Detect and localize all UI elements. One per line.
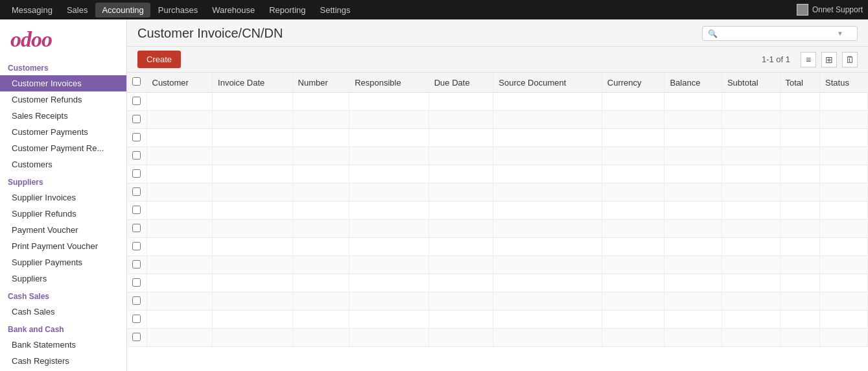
table-body bbox=[127, 93, 868, 347]
list-view-button[interactable]: ≡ bbox=[801, 52, 816, 67]
row-checkbox[interactable] bbox=[132, 315, 141, 323]
row-checkbox[interactable] bbox=[132, 115, 141, 123]
calendar-view-icon: 🗓 bbox=[845, 54, 854, 65]
kanban-view-icon: ⊞ bbox=[825, 54, 833, 65]
search-input[interactable] bbox=[720, 29, 837, 38]
col-header-source-document[interactable]: Source Document bbox=[493, 73, 602, 93]
kanban-view-button[interactable]: ⊞ bbox=[821, 52, 837, 67]
search-dropdown-arrow-icon[interactable]: ▼ bbox=[837, 30, 843, 37]
page-title: Customer Invoice/CN/DN bbox=[137, 26, 694, 41]
user-label: Onnet Support bbox=[812, 5, 863, 14]
sidebar-item-supplier-invoices[interactable]: Supplier Invoices bbox=[0, 189, 126, 206]
row-checkbox[interactable] bbox=[132, 133, 141, 141]
sidebar-scroll: Customers Customer Invoices Customer Ref… bbox=[0, 58, 126, 371]
nav-item-purchases[interactable]: Purchases bbox=[152, 3, 204, 18]
sidebar-section-customers: Customers bbox=[0, 58, 126, 75]
col-header-currency[interactable]: Currency bbox=[602, 73, 664, 93]
sidebar-item-print-payment-voucher[interactable]: Print Payment Voucher bbox=[0, 238, 126, 254]
table-row[interactable] bbox=[127, 311, 868, 329]
table-row[interactable] bbox=[127, 220, 868, 238]
sidebar: odoo Customers Customer Invoices Custome… bbox=[0, 19, 127, 371]
invoice-table-area: Customer Invoice Date Number Responsible… bbox=[127, 73, 868, 371]
user-avatar bbox=[797, 4, 808, 16]
table-row[interactable] bbox=[127, 238, 868, 256]
table-row[interactable] bbox=[127, 111, 868, 129]
sidebar-item-cash-registers[interactable]: Cash Registers bbox=[0, 353, 126, 369]
sidebar-item-suppliers[interactable]: Suppliers bbox=[0, 270, 126, 287]
odoo-logo-text: odoo bbox=[10, 27, 52, 52]
row-checkbox[interactable] bbox=[132, 260, 141, 269]
sidebar-item-payment-voucher[interactable]: Payment Voucher bbox=[0, 222, 126, 238]
table-row[interactable] bbox=[127, 256, 868, 274]
table-row[interactable] bbox=[127, 184, 868, 202]
table-row[interactable] bbox=[127, 202, 868, 220]
sidebar-section-bank-cash: Bank and Cash bbox=[0, 320, 126, 337]
main-header: Customer Invoice/CN/DN 🔍 ▼ bbox=[127, 19, 868, 47]
list-view-icon: ≡ bbox=[806, 54, 811, 65]
select-all-checkbox[interactable] bbox=[132, 77, 141, 86]
table-header-checkbox bbox=[127, 73, 147, 93]
nav-item-settings[interactable]: Settings bbox=[314, 3, 357, 18]
sidebar-item-cash-sales[interactable]: Cash Sales bbox=[0, 304, 126, 320]
nav-item-messaging[interactable]: Messaging bbox=[5, 3, 59, 18]
col-header-due-date[interactable]: Due Date bbox=[428, 73, 493, 93]
sidebar-item-customer-invoices[interactable]: Customer Invoices bbox=[0, 75, 126, 91]
table-row[interactable] bbox=[127, 293, 868, 311]
table-row[interactable] bbox=[127, 147, 868, 165]
col-header-customer[interactable]: Customer bbox=[147, 73, 213, 93]
col-header-status[interactable]: Status bbox=[820, 73, 868, 93]
app-logo: odoo bbox=[0, 19, 126, 58]
row-checkbox[interactable] bbox=[132, 206, 141, 214]
row-checkbox[interactable] bbox=[132, 187, 141, 196]
nav-item-warehouse[interactable]: Warehouse bbox=[205, 3, 261, 18]
search-input-wrapper: 🔍 ▼ bbox=[702, 26, 858, 41]
pagination-info: 1-1 of 1 bbox=[762, 54, 790, 64]
col-header-subtotal[interactable]: Subtotal bbox=[721, 73, 780, 93]
sidebar-item-supplier-payments[interactable]: Supplier Payments bbox=[0, 254, 126, 270]
nav-item-accounting[interactable]: Accounting bbox=[95, 3, 150, 18]
table-row[interactable] bbox=[127, 93, 868, 111]
sidebar-item-bank-statements[interactable]: Bank Statements bbox=[0, 337, 126, 353]
row-checkbox[interactable] bbox=[132, 169, 141, 178]
sidebar-section-suppliers: Suppliers bbox=[0, 173, 126, 189]
table-row[interactable] bbox=[127, 165, 868, 184]
table-row[interactable] bbox=[127, 274, 868, 293]
sidebar-item-sales-receipts[interactable]: Sales Receipts bbox=[0, 108, 126, 124]
row-checkbox[interactable] bbox=[132, 296, 141, 305]
sidebar-item-customer-payment-re[interactable]: Customer Payment Re... bbox=[0, 140, 126, 156]
calendar-view-button[interactable]: 🗓 bbox=[842, 52, 858, 67]
list-toolbar: Create 1-1 of 1 ≡ ⊞ 🗓 bbox=[127, 47, 868, 73]
table-row[interactable] bbox=[127, 129, 868, 147]
sidebar-item-customer-refunds[interactable]: Customer Refunds bbox=[0, 91, 126, 108]
row-checkbox[interactable] bbox=[132, 278, 141, 287]
search-area: 🔍 ▼ bbox=[702, 26, 858, 41]
invoice-table: Customer Invoice Date Number Responsible… bbox=[127, 73, 868, 347]
top-navigation: Messaging Sales Accounting Purchases War… bbox=[0, 0, 868, 19]
sidebar-item-customer-payments[interactable]: Customer Payments bbox=[0, 124, 126, 140]
nav-item-reporting[interactable]: Reporting bbox=[263, 3, 312, 18]
col-header-responsible[interactable]: Responsible bbox=[349, 73, 429, 93]
table-header-row: Customer Invoice Date Number Responsible… bbox=[127, 73, 868, 93]
row-checkbox[interactable] bbox=[132, 151, 141, 160]
col-header-invoice-date[interactable]: Invoice Date bbox=[213, 73, 293, 93]
row-checkbox[interactable] bbox=[132, 224, 141, 232]
sidebar-item-supplier-refunds[interactable]: Supplier Refunds bbox=[0, 206, 126, 222]
row-checkbox[interactable] bbox=[132, 97, 141, 105]
row-checkbox[interactable] bbox=[132, 242, 141, 250]
search-icon: 🔍 bbox=[708, 29, 718, 38]
main-content: Customer Invoice/CN/DN 🔍 ▼ Create 1-1 of… bbox=[127, 19, 868, 371]
col-header-balance[interactable]: Balance bbox=[664, 73, 722, 93]
top-nav-right: Onnet Support bbox=[797, 4, 863, 16]
nav-item-sales[interactable]: Sales bbox=[60, 3, 95, 18]
col-header-total[interactable]: Total bbox=[780, 73, 820, 93]
row-checkbox[interactable] bbox=[132, 333, 141, 341]
col-header-number[interactable]: Number bbox=[292, 73, 349, 93]
sidebar-item-customers[interactable]: Customers bbox=[0, 156, 126, 173]
sidebar-section-cash-sales: Cash Sales bbox=[0, 287, 126, 304]
table-row[interactable] bbox=[127, 329, 868, 347]
create-button[interactable]: Create bbox=[137, 51, 181, 68]
